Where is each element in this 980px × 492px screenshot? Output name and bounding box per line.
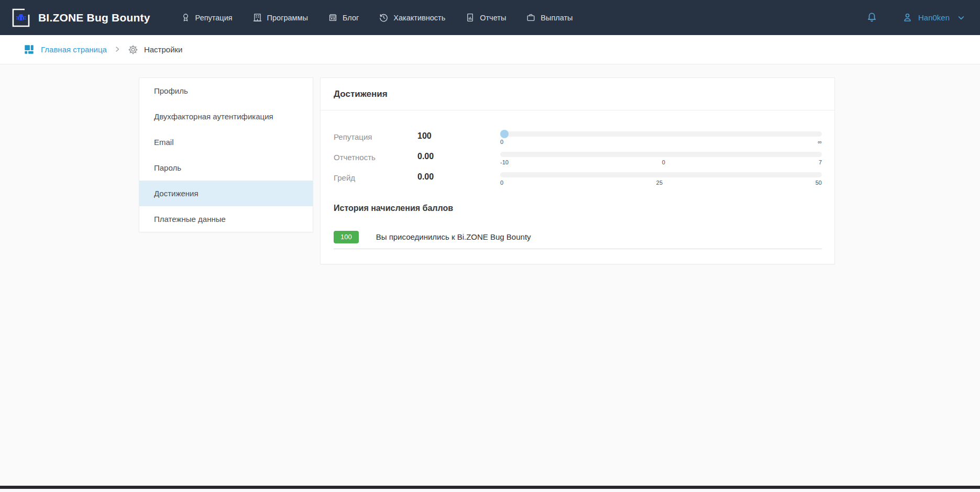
achievement-value: 100 bbox=[417, 131, 500, 141]
history-icon bbox=[379, 13, 389, 23]
sidebar-item-payment-data[interactable]: Платежные данные bbox=[139, 206, 313, 232]
brand-title: BI.ZONE Bug Bounty bbox=[38, 12, 150, 24]
chevron-down-icon bbox=[957, 14, 965, 22]
breadcrumb-separator bbox=[114, 45, 120, 54]
bizone-logo-icon bbox=[10, 7, 31, 28]
sidebar-item-achievements[interactable]: Достижения bbox=[139, 181, 313, 206]
sidebar-item-label: Email bbox=[154, 138, 174, 147]
achievement-label: Грейд bbox=[334, 172, 417, 182]
bell-icon bbox=[866, 12, 878, 24]
achievement-slider: -10 0 7 bbox=[500, 152, 822, 165]
breadcrumb-current-label: Настройки bbox=[144, 45, 183, 54]
nav-item-label: Репутация bbox=[195, 14, 233, 22]
slider-track bbox=[500, 131, 822, 137]
nav-item-label: Хакактивность bbox=[393, 14, 445, 22]
nav-item-reputation[interactable]: Репутация bbox=[181, 13, 233, 23]
user-menu[interactable]: Han0ken bbox=[902, 12, 965, 23]
history-entry: 100 Вы присоединились к Bi.ZONE Bug Boun… bbox=[334, 231, 822, 249]
achievement-row-reputation: Репутация 100 0 ∞ bbox=[334, 131, 822, 145]
achievement-slider: 0 ∞ bbox=[500, 131, 822, 145]
nav-item-reports[interactable]: Отчеты bbox=[465, 13, 506, 23]
breadcrumb-current: Настройки bbox=[128, 44, 183, 55]
breadcrumb-home-link[interactable]: Главная страница bbox=[24, 44, 107, 55]
medal-icon bbox=[181, 13, 191, 23]
history-section-title: История начисления баллов bbox=[334, 204, 822, 213]
chevron-right-icon bbox=[114, 46, 120, 52]
sidebar-item-label: Пароль bbox=[154, 163, 181, 172]
sidebar-item-password[interactable]: Пароль bbox=[139, 155, 313, 181]
achievement-label: Отчетность bbox=[334, 152, 417, 162]
nav-item-label: Выплаты bbox=[541, 14, 572, 22]
nav-right-section: Han0ken bbox=[866, 12, 965, 24]
scale-mid: 0 bbox=[662, 159, 665, 165]
points-badge: 100 bbox=[334, 231, 359, 243]
slider-scale: 0 25 50 bbox=[500, 180, 822, 186]
user-icon bbox=[902, 12, 913, 23]
newspaper-icon bbox=[328, 13, 338, 23]
scale-max: ∞ bbox=[818, 139, 822, 145]
scale-mid: 25 bbox=[656, 180, 663, 186]
nav-item-label: Блог bbox=[343, 14, 359, 22]
nav-item-label: Программы bbox=[267, 14, 308, 22]
sidebar-item-label: Профиль bbox=[154, 86, 188, 95]
building-icon bbox=[252, 13, 262, 23]
achievements-body: Репутация 100 0 ∞ Отчетность 0.00 bbox=[321, 110, 834, 249]
scale-min: 0 bbox=[500, 180, 503, 186]
panel-title: Достижения bbox=[321, 78, 834, 110]
nav-item-programs[interactable]: Программы bbox=[252, 13, 308, 23]
scale-min: 0 bbox=[500, 139, 503, 145]
top-navbar: BI.ZONE Bug Bounty Репутация Программы bbox=[0, 0, 980, 35]
breadcrumb-home-label: Главная страница bbox=[41, 45, 107, 54]
slider-handle[interactable] bbox=[500, 130, 509, 138]
achievement-label: Репутация bbox=[334, 131, 417, 141]
scale-max: 7 bbox=[819, 159, 822, 165]
achievement-row-reporting: Отчетность 0.00 -10 0 7 bbox=[334, 152, 822, 165]
briefcase-icon bbox=[526, 13, 536, 23]
slider-track bbox=[500, 172, 822, 177]
nav-item-hackactivity[interactable]: Хакактивность bbox=[379, 13, 445, 23]
achievements-panel: Достижения Репутация 100 0 ∞ Отчетн bbox=[320, 77, 835, 264]
sidebar-item-label: Платежные данные bbox=[154, 215, 226, 223]
nav-item-label: Отчеты bbox=[480, 14, 506, 22]
user-name: Han0ken bbox=[918, 13, 950, 22]
sidebar-item-2fa[interactable]: Двухфакторная аутентификация bbox=[139, 104, 313, 129]
slider-scale: -10 0 7 bbox=[500, 159, 822, 165]
slider-track bbox=[500, 152, 822, 157]
history-entry-text: Вы присоединились к Bi.ZONE Bug Bounty bbox=[376, 232, 531, 241]
nav-item-blog[interactable]: Блог bbox=[328, 13, 359, 23]
settings-sidebar: Профиль Двухфакторная аутентификация Ema… bbox=[139, 77, 313, 232]
slider-scale: 0 ∞ bbox=[500, 139, 822, 145]
bottom-edge-bar bbox=[0, 486, 980, 489]
dashboard-icon bbox=[24, 44, 35, 55]
achievement-value: 0.00 bbox=[417, 172, 500, 182]
main-menu: Репутация Программы Блог bbox=[181, 13, 866, 23]
sidebar-item-label: Двухфакторная аутентификация bbox=[154, 112, 273, 121]
nav-item-payouts[interactable]: Выплаты bbox=[526, 13, 572, 23]
scale-max: 50 bbox=[816, 180, 822, 186]
report-icon bbox=[465, 13, 475, 23]
page-content: Профиль Двухфакторная аутентификация Ema… bbox=[0, 64, 980, 489]
brand-logo[interactable]: BI.ZONE Bug Bounty bbox=[10, 7, 150, 28]
achievement-value: 0.00 bbox=[417, 152, 500, 161]
notifications-button[interactable] bbox=[866, 12, 878, 24]
sidebar-item-label: Достижения bbox=[154, 189, 199, 198]
achievement-slider: 0 25 50 bbox=[500, 172, 822, 186]
achievement-row-grade: Грейд 0.00 0 25 50 bbox=[334, 172, 822, 186]
gear-icon bbox=[128, 44, 138, 55]
sidebar-item-email[interactable]: Email bbox=[139, 129, 313, 155]
sidebar-item-profile[interactable]: Профиль bbox=[139, 78, 313, 104]
breadcrumb: Главная страница Настройки bbox=[0, 35, 980, 64]
scale-min: -10 bbox=[500, 159, 509, 165]
